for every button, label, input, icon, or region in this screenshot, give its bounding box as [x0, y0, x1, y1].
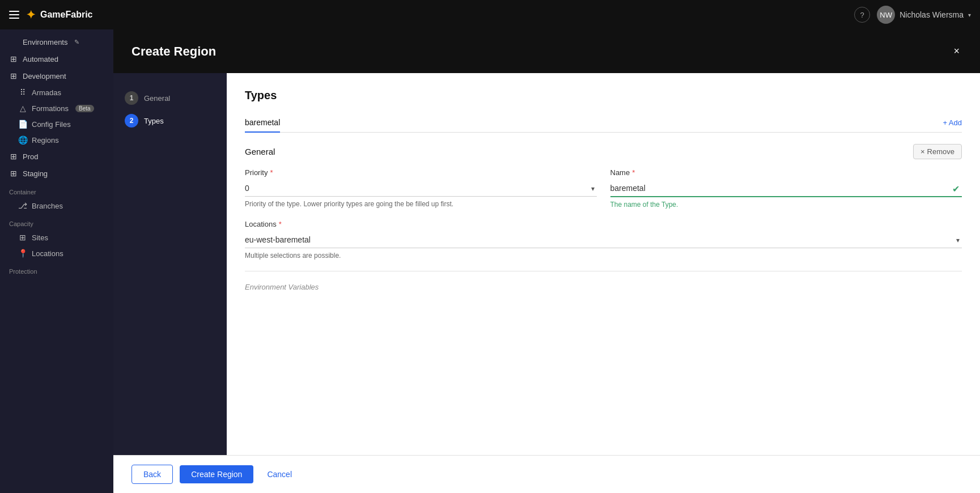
locations-label: Locations: [245, 220, 277, 228]
formations-badge: Beta: [75, 105, 94, 112]
automated-icon: ⊞: [9, 54, 18, 63]
locations-help: Multiple selections are possible.: [245, 252, 962, 260]
modal-body: 1 General 2 Types Types baremeta: [113, 73, 980, 455]
staging-icon: ⊞: [9, 169, 18, 178]
logo-icon: ✦: [26, 8, 36, 22]
sidebar-item-label: Regions: [32, 136, 59, 144]
cancel-button[interactable]: Cancel: [260, 465, 299, 483]
step-1-number: 1: [125, 91, 138, 105]
user-name: Nicholas Wiersma: [900, 10, 964, 19]
modal-header: Create Region ×: [113, 29, 980, 73]
sidebar-item-locations[interactable]: 📍 Locations: [0, 245, 113, 261]
section-header: General × Remove: [245, 144, 962, 159]
topnav-right: ? NW Nicholas Wiersma ▾: [854, 6, 971, 24]
modal-panel: Create Region × 1 General 2 Types: [113, 29, 980, 493]
branches-icon: ⎇: [18, 201, 27, 210]
sidebar-item-label: Formations: [32, 104, 69, 113]
steps-panel: 1 General 2 Types: [113, 73, 227, 455]
create-region-button[interactable]: Create Region: [180, 465, 253, 483]
modal-title: Create Region: [131, 44, 216, 59]
sidebar-item-sites[interactable]: ⊞ Sites: [0, 230, 113, 245]
content-area: ‹ 1 of 1 › Edit ⋮ ‹ 1 of 1: [113, 29, 980, 493]
step-1[interactable]: 1 General: [122, 87, 218, 109]
priority-select-wrapper: 0 1 2 3 ▾: [245, 180, 597, 197]
user-menu[interactable]: NW Nicholas Wiersma ▾: [877, 6, 971, 24]
close-button[interactable]: ×: [951, 43, 962, 60]
sidebar-item-formations[interactable]: △ Formations Beta: [0, 100, 113, 116]
name-field: Name * ✔ The name of the Type.: [610, 168, 962, 209]
locations-icon: 📍: [18, 249, 27, 258]
locations-select[interactable]: eu-west-baremetal eu-east-baremetal us-w…: [245, 232, 962, 248]
sidebar-item-config-files[interactable]: 📄 Config Files: [0, 116, 113, 132]
form-section-title: Types: [245, 89, 962, 102]
sidebar-item-staging[interactable]: ⊞ Staging: [0, 165, 113, 182]
sidebar-item-automated[interactable]: ⊞ Automated: [0, 50, 113, 67]
remove-label: Remove: [927, 147, 954, 156]
priority-required: *: [270, 168, 273, 177]
sidebar-item-label: Staging: [23, 169, 48, 178]
sidebar-item-label: Armadas: [32, 88, 61, 97]
priority-help: Priority of the type. Lower priority typ…: [245, 200, 597, 208]
name-input[interactable]: [610, 180, 962, 197]
formations-icon: △: [18, 104, 27, 113]
tab-baremetal[interactable]: baremetal: [245, 113, 280, 133]
step-1-label: General: [144, 94, 170, 103]
section-name: General: [245, 147, 275, 156]
step-2-number: 2: [125, 114, 138, 128]
sidebar-item-label: Automated: [23, 55, 58, 63]
sidebar-item-label: Locations: [32, 249, 63, 258]
top-navigation: ✦ GameFabric ? NW Nicholas Wiersma ▾: [0, 0, 980, 29]
priority-label: Priority *: [245, 168, 597, 177]
sidebar-item-prod[interactable]: ⊞ Prod: [0, 148, 113, 165]
sidebar-section-environments: Environments ✎: [0, 34, 113, 50]
remove-icon: ×: [920, 147, 925, 156]
sidebar-item-regions[interactable]: 🌐 Regions: [0, 132, 113, 148]
container-section-label: Container: [0, 182, 113, 198]
name-label: Name *: [610, 168, 962, 177]
back-button[interactable]: Back: [131, 465, 173, 484]
name-valid-note: The name of the Type.: [610, 201, 962, 209]
env-vars-preview: Environment Variables: [245, 283, 962, 291]
locations-section: Locations * eu-west-baremetal eu-east-ba…: [245, 220, 962, 260]
general-section: General × Remove Priority: [245, 144, 962, 260]
sidebar-item-label: Sites: [32, 233, 48, 242]
valid-check-icon: ✔: [952, 184, 960, 194]
environments-label: Environments: [23, 38, 67, 46]
sidebar: Environments ✎ ⊞ Automated ⊞ Development…: [0, 29, 113, 493]
priority-select[interactable]: 0 1 2 3: [245, 180, 597, 197]
sidebar-item-branches[interactable]: ⎇ Branches: [0, 198, 113, 214]
sidebar-item-development[interactable]: ⊞ Development: [0, 67, 113, 84]
app-name: GameFabric: [40, 10, 92, 20]
sidebar-item-label: Branches: [32, 202, 63, 210]
tab-bar: baremetal + Add: [245, 113, 962, 133]
step-2[interactable]: 2 Types: [122, 109, 218, 132]
priority-name-row: Priority * 0 1 2 3: [245, 168, 962, 209]
remove-button[interactable]: × Remove: [913, 144, 962, 159]
sidebar-item-label: Prod: [23, 152, 38, 161]
help-button[interactable]: ?: [854, 7, 870, 23]
chevron-down-icon: ▾: [968, 12, 971, 18]
topnav-left: ✦ GameFabric: [9, 8, 92, 22]
locations-label-row: Locations *: [245, 220, 962, 228]
name-input-wrapper: ✔: [610, 180, 962, 197]
section-divider: [245, 271, 962, 271]
regions-icon: 🌐: [18, 135, 27, 144]
add-type-button[interactable]: + Add: [943, 118, 962, 127]
capacity-section-label: Capacity: [0, 214, 113, 230]
development-icon: ⊞: [9, 71, 18, 80]
priority-field: Priority * 0 1 2 3: [245, 168, 597, 209]
sidebar-item-armadas[interactable]: ⠿ Armadas: [0, 84, 113, 100]
sidebar-item-label: Config Files: [32, 120, 71, 129]
hamburger-menu[interactable]: [9, 11, 19, 19]
armadas-icon: ⠿: [18, 88, 27, 97]
locations-required: *: [279, 220, 282, 228]
app-logo: ✦ GameFabric: [26, 8, 92, 22]
config-files-icon: 📄: [18, 120, 27, 129]
avatar: NW: [877, 6, 895, 24]
create-region-modal: Create Region × 1 General 2 Types: [113, 29, 980, 493]
main-layout: Environments ✎ ⊞ Automated ⊞ Development…: [0, 29, 980, 493]
protection-section-label: Protection: [0, 261, 113, 277]
name-required: *: [632, 168, 635, 177]
locations-select-wrapper: eu-west-baremetal eu-east-baremetal us-w…: [245, 232, 962, 248]
sites-icon: ⊞: [18, 233, 27, 242]
